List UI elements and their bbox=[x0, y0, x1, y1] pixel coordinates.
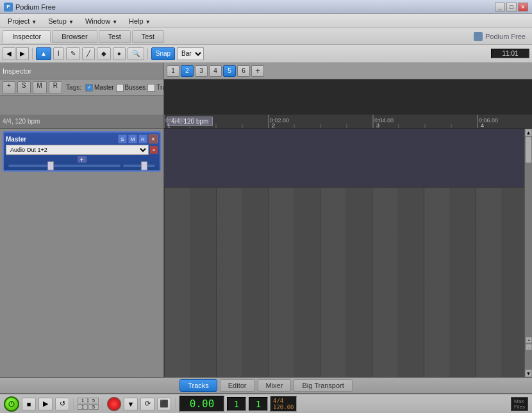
track-list: Master S M R × Audio Out 1+2 × bbox=[0, 129, 164, 377]
tab-browser[interactable]: Browser bbox=[52, 30, 97, 43]
select-tool-button[interactable]: ▲ bbox=[36, 47, 51, 60]
master-tag-label: Master bbox=[94, 84, 114, 91]
empty-timeline bbox=[164, 188, 524, 377]
tab-test1[interactable]: Test bbox=[99, 30, 131, 43]
nav-controls: ◀ ▶ bbox=[3, 47, 29, 60]
track-solo-btn[interactable]: S bbox=[118, 134, 127, 143]
record-arm-button[interactable]: R bbox=[49, 81, 62, 94]
loop-btn[interactable]: ⟳ bbox=[140, 398, 154, 410]
inspector-label: Inspector bbox=[3, 67, 161, 75]
minimize-button[interactable]: _ bbox=[495, 3, 505, 12]
podium-logo-icon bbox=[474, 32, 483, 41]
nav-forward-button[interactable]: ▶ bbox=[16, 47, 29, 60]
title-bar-left: P Podium Free bbox=[4, 3, 56, 12]
svg-text:2: 2 bbox=[272, 122, 275, 128]
loop-mid-btn[interactable]: 5 bbox=[88, 398, 99, 403]
tags-label: Tags: bbox=[66, 84, 81, 91]
track-fader[interactable] bbox=[8, 165, 121, 167]
page-tab-5[interactable]: 5 bbox=[223, 65, 236, 77]
app-icon: P bbox=[4, 3, 13, 12]
add-track-button[interactable]: + bbox=[3, 81, 15, 94]
svg-text:1: 1 bbox=[167, 122, 170, 128]
zoom-tool-button[interactable]: 🔍 bbox=[128, 47, 144, 60]
pan-thumb[interactable] bbox=[141, 161, 147, 170]
page-tab-add-button[interactable]: + bbox=[251, 65, 264, 77]
maximize-button[interactable]: □ bbox=[506, 3, 517, 12]
close-button[interactable]: ✕ bbox=[518, 3, 528, 12]
busses-checkbox[interactable] bbox=[116, 84, 124, 92]
timeline-tracks-area bbox=[164, 129, 524, 377]
solo-button[interactable]: S bbox=[17, 81, 31, 94]
power-button[interactable] bbox=[4, 396, 19, 412]
podium-brand: Podium Free bbox=[474, 32, 526, 41]
rewind-button[interactable]: ↺ bbox=[55, 398, 69, 410]
tab-inspector[interactable]: Inspector bbox=[3, 30, 51, 43]
busses-tag: Busses bbox=[116, 84, 146, 92]
loop-start-btn[interactable]: 1 bbox=[78, 398, 88, 403]
menu-setup[interactable]: Setup ▼ bbox=[43, 16, 79, 26]
track-record-btn[interactable]: R bbox=[138, 134, 147, 143]
busses-tag-label: Busses bbox=[125, 84, 146, 91]
loop-punch-btn[interactable]: 5 bbox=[88, 404, 99, 410]
transport-sep-1 bbox=[73, 398, 74, 410]
scroll-track: + - bbox=[525, 136, 532, 369]
pencil-tool-button[interactable]: ✎ bbox=[66, 47, 80, 60]
scroll-thumb[interactable] bbox=[526, 137, 531, 163]
mute-button[interactable]: M bbox=[33, 81, 47, 94]
page-tab-3[interactable]: 3 bbox=[195, 65, 208, 77]
app-title: Podium Free bbox=[15, 3, 56, 11]
page-tab-4[interactable]: 4 bbox=[209, 65, 222, 77]
tab-bar: Inspector Browser Test Test Podium Free bbox=[0, 28, 532, 45]
record-button[interactable] bbox=[107, 397, 121, 411]
track-pan[interactable] bbox=[123, 165, 155, 167]
transport-sep-2 bbox=[103, 398, 103, 410]
page-tab-6[interactable]: 6 bbox=[237, 65, 250, 77]
track-mute-btn[interactable]: M bbox=[128, 134, 137, 143]
cursor-tool-button[interactable]: I bbox=[53, 47, 64, 60]
page-tab-1[interactable]: 1 bbox=[167, 65, 179, 77]
device-select[interactable]: Audio Out 1+2 bbox=[6, 145, 149, 155]
stop-button[interactable]: ■ bbox=[22, 398, 36, 410]
loop-controls: 1 5 1 5 bbox=[78, 398, 99, 410]
menu-help[interactable]: Help ▼ bbox=[124, 16, 156, 26]
grid-shading bbox=[164, 188, 524, 377]
zoom-in-btn[interactable]: + bbox=[526, 337, 532, 343]
title-bar-controls: _ □ ✕ bbox=[495, 3, 528, 12]
line-tool-button[interactable]: ╱ bbox=[82, 47, 95, 60]
svg-text:4: 4 bbox=[481, 122, 484, 128]
title-bar: P Podium Free _ □ ✕ bbox=[0, 0, 532, 14]
nav-back-button[interactable]: ◀ bbox=[3, 47, 15, 60]
tempo-left: 4/4, 120 bpm bbox=[3, 118, 40, 125]
menu-bar: Project ▼ Setup ▼ Window ▼ Help ▼ bbox=[0, 14, 532, 28]
master-timeline-row bbox=[164, 129, 524, 188]
track-close-btn[interactable]: × bbox=[149, 134, 158, 143]
tab-test2[interactable]: Test bbox=[132, 30, 164, 43]
device-add-btn[interactable]: + bbox=[78, 156, 87, 163]
tracks-checkbox[interactable] bbox=[147, 84, 155, 92]
loop-end-btn[interactable]: 1 bbox=[78, 404, 88, 410]
menu-window[interactable]: Window ▼ bbox=[80, 16, 122, 26]
empty-track-area bbox=[0, 174, 163, 377]
master-track: Master S M R × Audio Out 1+2 × bbox=[3, 131, 161, 172]
device-remove-btn[interactable]: × bbox=[150, 146, 158, 154]
master-checkbox[interactable]: ✓ bbox=[85, 84, 93, 92]
snap-button[interactable]: Snap bbox=[151, 47, 175, 60]
fader-thumb-left[interactable] bbox=[47, 161, 54, 170]
toolbar: ◀ ▶ ▲ I ✎ ╱ ◆ ● 🔍 Snap Bar 11:01 bbox=[0, 45, 532, 63]
menu-project[interactable]: Project ▼ bbox=[3, 16, 42, 26]
zoom-controls: + - bbox=[526, 337, 532, 350]
toolbar-separator-2 bbox=[147, 48, 148, 60]
vertical-scrollbar[interactable]: ▲ + - ▼ bbox=[524, 129, 532, 377]
mute-tool-button[interactable]: ● bbox=[113, 47, 126, 60]
zoom-out-btn[interactable]: - bbox=[526, 344, 532, 350]
play-button[interactable]: ▶ bbox=[38, 398, 53, 410]
time-display: 11:01 bbox=[491, 49, 529, 58]
bar-select[interactable]: Bar bbox=[177, 47, 204, 60]
eraser-tool-button[interactable]: ◆ bbox=[97, 47, 111, 60]
master-tag: ✓ Master bbox=[85, 84, 114, 92]
page-tab-2[interactable]: 2 bbox=[181, 65, 194, 77]
toolbar-separator-1 bbox=[32, 48, 33, 60]
punch-in-btn[interactable]: ▼ bbox=[124, 398, 138, 410]
track-name: Master bbox=[6, 136, 26, 143]
track-header-controls: S M R × bbox=[118, 134, 158, 143]
